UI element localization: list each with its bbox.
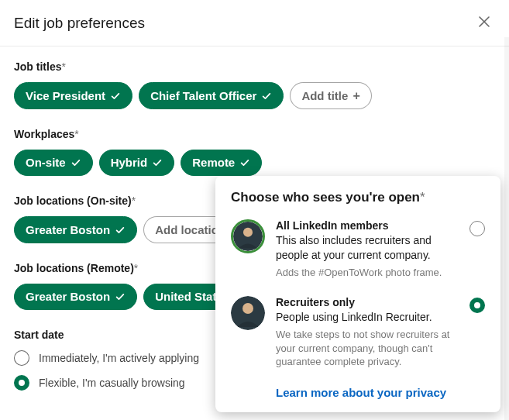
chip-row: Vice President Chief Talent Officer Add …	[14, 82, 495, 109]
visibility-popup: Choose who sees you're open* All LinkedI…	[215, 176, 500, 412]
option-body: All LinkedIn members This also includes …	[276, 219, 459, 279]
check-icon	[115, 225, 126, 236]
avatar	[231, 296, 265, 330]
svg-point-1	[243, 228, 253, 237]
check-icon	[239, 157, 250, 168]
chip-workplace[interactable]: Hybrid	[99, 150, 175, 176]
section-job-titles: Job titles* Vice President Chief Talent …	[14, 60, 495, 109]
visibility-option-all[interactable]: All LinkedIn members This also includes …	[231, 219, 485, 279]
scrollbar[interactable]	[504, 37, 509, 420]
modal-header: Edit job preferences	[0, 0, 509, 46]
chip-job-title[interactable]: Vice President	[14, 82, 132, 109]
section-workplaces: Workplaces* On-site Hybrid Remote	[14, 128, 495, 176]
section-label: Workplaces*	[14, 128, 495, 140]
chip-workplace[interactable]: Remote	[181, 150, 262, 176]
modal-title: Edit job preferences	[14, 15, 145, 32]
radio-indicator	[14, 350, 29, 366]
check-icon	[71, 157, 81, 168]
chip-location[interactable]: Greater Boston	[14, 216, 137, 243]
chip-workplace[interactable]: On-site	[14, 150, 93, 176]
chip-job-title[interactable]: Chief Talent Officer	[139, 82, 284, 109]
close-icon	[476, 14, 492, 32]
plus-icon: +	[353, 88, 359, 103]
svg-point-3	[242, 303, 253, 314]
chip-add-title[interactable]: Add title +	[290, 82, 371, 109]
close-button[interactable]	[473, 11, 495, 35]
check-icon	[152, 157, 163, 168]
learn-more-link[interactable]: Learn more about your privacy	[276, 386, 446, 399]
option-body: Recruiters only People using LinkedIn Re…	[276, 296, 459, 369]
radio-indicator	[469, 298, 485, 313]
check-icon	[261, 91, 272, 102]
radio-indicator	[469, 221, 485, 236]
check-icon	[115, 291, 126, 302]
chip-row: On-site Hybrid Remote	[14, 150, 495, 176]
visibility-option-recruiters[interactable]: Recruiters only People using LinkedIn Re…	[231, 296, 485, 369]
popup-title: Choose who sees you're open*	[231, 190, 485, 205]
section-label: Job titles*	[14, 60, 495, 73]
check-icon	[110, 91, 121, 102]
chip-location[interactable]: Greater Boston	[14, 284, 137, 310]
radio-indicator	[14, 375, 29, 391]
avatar	[231, 219, 265, 253]
